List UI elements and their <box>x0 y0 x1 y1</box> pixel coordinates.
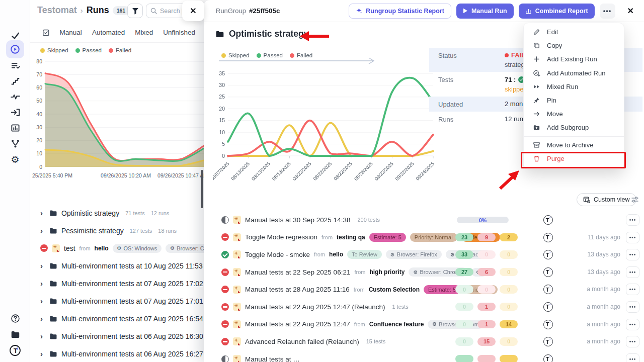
tab-unfinished[interactable]: Unfinished <box>163 29 195 36</box>
chevron-right-icon[interactable]: › <box>40 209 45 217</box>
menu-item-mixed-run[interactable]: Mixed Run <box>524 80 624 94</box>
svg-text:0: 0 <box>222 153 225 159</box>
search-icon <box>150 8 157 14</box>
menu-item-move[interactable]: Move <box>524 107 624 121</box>
legend-passed: Passed <box>83 47 102 53</box>
search-placeholder: Search [ <box>160 8 184 15</box>
tab-automated[interactable]: Automated <box>92 29 125 36</box>
table-row[interactable]: Manual tests at 22 Sep 2025 06:21fromhig… <box>204 263 644 281</box>
custom-view-button[interactable]: Custom view <box>577 193 636 206</box>
search-close-button[interactable]: ✕ <box>182 1 204 21</box>
table-row[interactable]: Manual tests at 28 Aug 2025 11:16fromCus… <box>204 281 644 298</box>
count-pill: 1 <box>477 303 496 311</box>
run-timestamp: 13 days ago <box>588 251 620 258</box>
badge-label: Browser: Firefox <box>397 251 437 257</box>
table-row[interactable]: Manual tests at 22 Aug 2025 12:47fromCon… <box>204 316 644 333</box>
group-name: Optimistic strategy <box>61 209 119 217</box>
projects-folder-icon[interactable] <box>6 325 24 343</box>
count-pill: 1 <box>477 320 496 329</box>
table-row[interactable]: Manual tests at 30 Sep 2025 14:38200 tes… <box>204 211 644 229</box>
view-sliders-icon[interactable] <box>631 196 639 204</box>
sparkle-icon <box>233 320 241 328</box>
gear-icon: ⚙ <box>413 269 418 275</box>
line-chart-svg: 0510152025303508/07/202508/13/202508/13/… <box>213 49 439 181</box>
filter-button[interactable] <box>127 4 143 18</box>
menu-item-purge[interactable]: Purge <box>524 152 624 165</box>
tab-manual[interactable]: Manual <box>60 29 82 36</box>
combined-report-button[interactable]: Combined Report <box>519 4 595 19</box>
badge-label: To Review <box>352 251 377 257</box>
chevron-right-icon[interactable]: › <box>40 314 45 323</box>
menu-item-edit[interactable]: Edit <box>524 25 624 39</box>
runs-header: Testomat › Runs 161 Search [ <box>30 0 204 23</box>
run-timestamp: a month ago <box>587 303 620 310</box>
menu-item-copy[interactable]: Copy <box>524 39 624 52</box>
row-more-button[interactable]: ••• <box>626 249 639 260</box>
plus-icon <box>532 55 541 63</box>
folder-icon <box>49 315 57 323</box>
table-row[interactable]: Toggle Mode regressionfromtesting qaEsti… <box>204 229 644 246</box>
passed-dot <box>257 53 261 58</box>
chevron-right-icon[interactable]: › <box>40 297 45 305</box>
menu-item-add-subgroup[interactable]: Add Subgroup <box>524 121 624 134</box>
row-more-button[interactable]: ••• <box>626 284 639 295</box>
svg-text:5: 5 <box>222 141 225 147</box>
chevron-right-icon[interactable]: › <box>40 226 45 235</box>
svg-text:0: 0 <box>39 164 42 170</box>
testomat-logo[interactable]: T <box>6 341 24 359</box>
row-more-button[interactable]: ••• <box>626 301 639 313</box>
breadcrumb-app[interactable]: Testomat <box>37 5 77 16</box>
custom-view-label: Custom view <box>594 196 630 203</box>
menu-item-label: Move <box>547 110 563 118</box>
row-more-button[interactable]: ••• <box>626 353 639 362</box>
manual-run-button[interactable]: Manual Run <box>456 4 514 19</box>
row-more-button[interactable]: ••• <box>626 214 639 226</box>
table-row[interactable]: Advanced Relaunch failed (Relaunch)15 te… <box>204 333 644 350</box>
breadcrumb-section[interactable]: Runs <box>87 5 109 16</box>
run-list-icon[interactable] <box>42 29 50 37</box>
left-panel-scrollbar[interactable] <box>201 170 203 208</box>
chevron-right-icon[interactable]: › <box>40 261 45 270</box>
svg-text:08/07/2025: 08/07/2025 <box>213 161 230 181</box>
menu-item-move-to-archive[interactable]: Move to Archive <box>524 138 624 152</box>
settings-gear-icon[interactable]: ⚙ <box>6 150 24 168</box>
chevron-right-icon[interactable]: › <box>40 279 45 288</box>
help-icon[interactable] <box>6 309 24 327</box>
gear-icon: ⚙ <box>450 252 455 257</box>
svg-text:70: 70 <box>36 71 42 77</box>
rungroup-label: RunGroup <box>216 7 246 15</box>
table-row[interactable]: Manual tests at …Tʼ••• <box>204 350 644 362</box>
row-more-button[interactable]: ••• <box>626 336 639 347</box>
tests-count: 15 tests <box>366 338 386 344</box>
rungroup-dialog: RunGroup #25ff505c Rungroup Statistic Re… <box>204 0 644 362</box>
dialog-more-button[interactable]: ••• <box>600 4 615 19</box>
menu-item-add-automated-run[interactable]: Add Automated Run <box>524 66 624 80</box>
chevron-right-icon[interactable]: › <box>40 332 45 340</box>
branch-icon[interactable] <box>6 134 24 152</box>
run-name: test <box>64 244 75 252</box>
avatar: Tʼ <box>543 285 553 294</box>
statistic-report-button[interactable]: Rungroup Statistic Report <box>349 4 451 19</box>
table-row[interactable]: Manual tests at 22 Aug 2025 12:47 (Relau… <box>204 298 644 316</box>
table-row[interactable]: Toggle Mode - smokefromhelloTo Review⚙Br… <box>204 246 644 263</box>
menu-item-add-existing-run[interactable]: Add Existing Run <box>524 52 624 66</box>
run-timestamp: a month ago <box>587 286 620 293</box>
dialog-close-icon[interactable]: ✕ <box>624 6 637 16</box>
svg-text:80: 80 <box>36 58 42 64</box>
sparkle-icon <box>52 244 60 252</box>
row-more-button[interactable]: ••• <box>626 232 639 243</box>
table-settings-icon <box>583 196 590 203</box>
tab-mixed[interactable]: Mixed <box>135 29 153 36</box>
chevron-right-icon[interactable]: › <box>40 349 45 358</box>
folder-plus-icon <box>532 124 541 131</box>
skipped-dot <box>221 53 226 58</box>
result-counts: 0150 <box>455 337 518 346</box>
runs-play-icon[interactable] <box>6 40 24 58</box>
count-pill: 0 <box>455 337 473 346</box>
from-label: from <box>354 321 365 327</box>
menu-item-pin[interactable]: Pin <box>524 94 624 107</box>
count-pill: 0 <box>477 250 496 259</box>
row-more-button[interactable]: ••• <box>626 319 639 330</box>
rungroup-id: #25ff505c <box>249 7 280 15</box>
row-more-button[interactable]: ••• <box>626 266 639 278</box>
